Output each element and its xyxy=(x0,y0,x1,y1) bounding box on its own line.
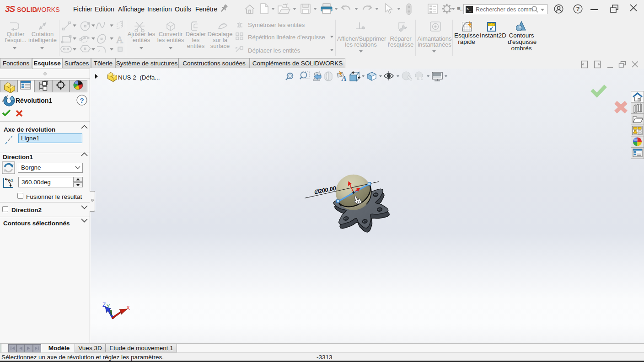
svg-text:Y: Y xyxy=(107,303,110,309)
svg-text:∅200.00: ∅200.00 xyxy=(313,185,337,196)
svg-text:?: ? xyxy=(576,5,580,12)
svg-text:X: X xyxy=(126,305,130,311)
svg-text:?: ? xyxy=(80,96,84,104)
svg-text:NUS 2 (Défa...: NUS 2 (Défa... xyxy=(118,74,160,81)
svg-text:A: A xyxy=(341,75,347,82)
svg-text:SOLID: SOLID xyxy=(17,6,37,13)
svg-text:3S: 3S xyxy=(5,4,16,14)
svg-text:A: A xyxy=(116,34,123,45)
svg-text:A1: A1 xyxy=(8,177,14,182)
svg-text:WORKS: WORKS xyxy=(35,6,60,13)
svg-text:Z: Z xyxy=(102,302,106,308)
